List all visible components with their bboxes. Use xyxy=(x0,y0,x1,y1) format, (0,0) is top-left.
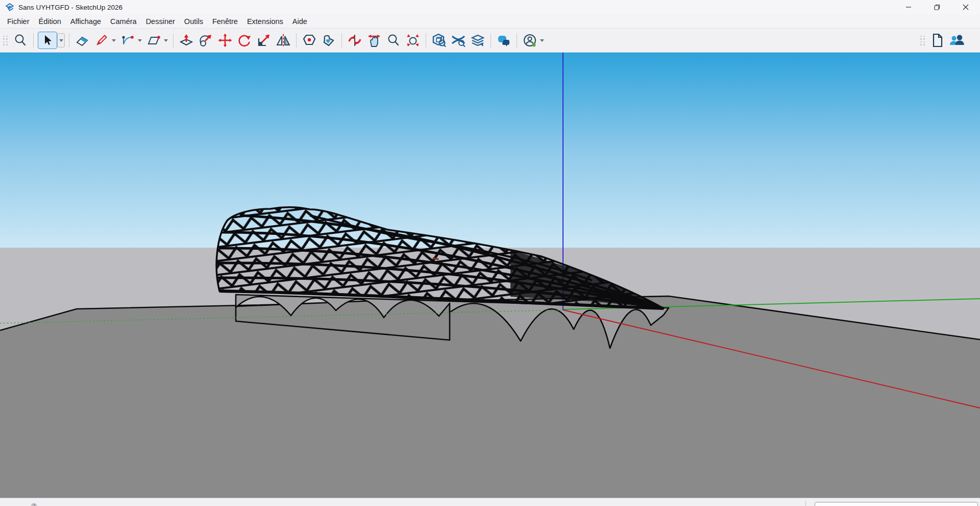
move-tool-icon[interactable] xyxy=(216,32,234,49)
model-viewport[interactable] xyxy=(0,53,980,498)
menu-affichage[interactable]: Affichage xyxy=(66,16,106,27)
zoom-tool-icon[interactable] xyxy=(385,32,402,49)
rectangle-tool-icon[interactable] xyxy=(145,32,162,49)
rotate-tool-icon[interactable] xyxy=(236,32,253,49)
eraser-tool-icon[interactable] xyxy=(74,32,91,49)
toolbar-grip-right[interactable] xyxy=(920,36,925,45)
zoom-extents-tool-icon[interactable] xyxy=(404,32,422,49)
3d-warehouse-icon[interactable] xyxy=(430,32,448,49)
pan-tool-icon[interactable] xyxy=(365,32,383,49)
select-tool-icon[interactable] xyxy=(38,32,57,49)
account-options-dropdown[interactable] xyxy=(538,33,545,48)
minimize-button[interactable] xyxy=(894,0,923,14)
new-document-icon[interactable] xyxy=(929,32,946,49)
scale-tool-icon[interactable] xyxy=(255,32,273,49)
rectangle-options-dropdown[interactable] xyxy=(162,33,169,48)
menu-aide[interactable]: Aide xyxy=(288,16,312,27)
terrain xyxy=(0,296,980,498)
menu-camera[interactable]: Caméra xyxy=(106,16,141,27)
tape-measure-tool-icon[interactable] xyxy=(301,32,318,49)
menu-edition[interactable]: Édition xyxy=(34,16,66,27)
toolbar-grip[interactable] xyxy=(3,36,8,45)
menu-bar: Fichier Édition Affichage Caméra Dessine… xyxy=(0,14,980,28)
arc-options-dropdown[interactable] xyxy=(136,33,143,48)
flip-tool-icon[interactable] xyxy=(275,32,292,49)
menu-fenetre[interactable]: Fenêtre xyxy=(208,16,242,27)
menu-fichier[interactable]: Fichier xyxy=(3,16,34,27)
push-pull-tool-icon[interactable] xyxy=(178,32,195,49)
collaborators-icon[interactable] xyxy=(948,32,966,49)
pencil-tool-icon[interactable] xyxy=(93,32,110,49)
menu-dessiner[interactable]: Dessiner xyxy=(141,16,180,27)
orbit-tool-icon[interactable] xyxy=(346,32,363,49)
paint-bucket-tool-icon[interactable] xyxy=(320,32,337,49)
title-bar: Sans UYHTGFD - SketchUp 2026 xyxy=(0,0,980,14)
pencil-options-dropdown[interactable] xyxy=(110,33,117,48)
window-title: Sans UYHTGFD - SketchUp 2026 xyxy=(18,4,122,11)
restore-button[interactable] xyxy=(923,0,951,14)
arc-tool-icon[interactable] xyxy=(119,32,136,49)
menu-extensions[interactable]: Extensions xyxy=(242,16,288,27)
search-tool-icon[interactable] xyxy=(12,32,29,49)
account-icon[interactable] xyxy=(521,32,538,49)
toolbar xyxy=(0,28,980,53)
menu-outils[interactable]: Outils xyxy=(180,16,208,27)
feedback-icon[interactable] xyxy=(495,32,512,49)
close-button[interactable] xyxy=(951,0,980,14)
measurements-input[interactable] xyxy=(815,502,978,506)
sketchup-logo-icon xyxy=(5,3,14,12)
sketchup-window: Sans UYHTGFD - SketchUp 2026 Fichier Édi… xyxy=(0,0,980,506)
statusbar-separator xyxy=(805,501,806,506)
extension-warehouse-icon[interactable] xyxy=(450,32,467,49)
sky xyxy=(0,53,980,248)
follow-me-tool-icon[interactable] xyxy=(197,32,214,49)
layout-icon[interactable] xyxy=(469,32,486,49)
select-options-dropdown[interactable] xyxy=(57,33,65,47)
status-bar: ? xyxy=(0,498,980,506)
help-icon[interactable]: ? xyxy=(31,503,37,506)
